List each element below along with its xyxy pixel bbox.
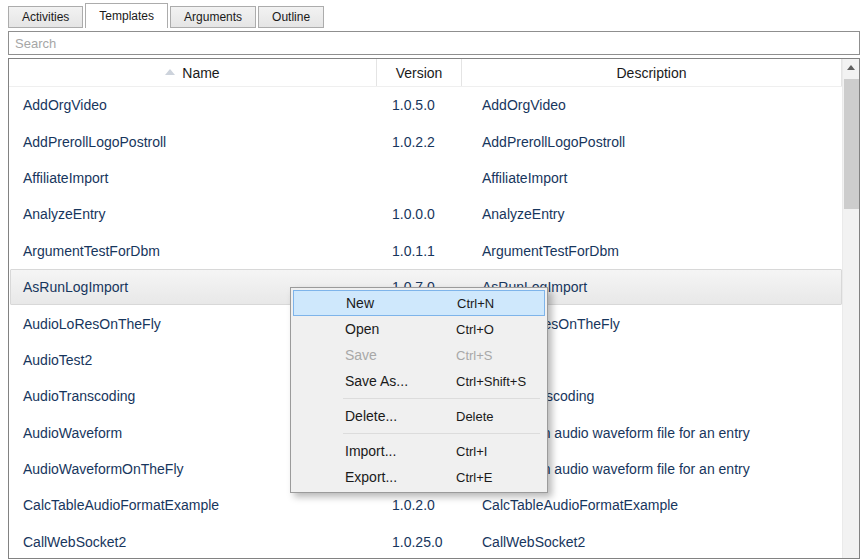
menu-item-shortcut: Ctrl+I [456, 444, 487, 459]
template-description: CallWebSocket2 [464, 534, 841, 550]
scrollbar-up-button[interactable] [843, 59, 859, 76]
menu-item-shortcut: Ctrl+O [456, 322, 494, 337]
tab-arguments[interactable]: Arguments [170, 6, 256, 28]
tab-activities[interactable]: Activities [8, 6, 83, 28]
template-version: 1.0.5.0 [379, 97, 464, 113]
column-header-description[interactable]: Description [462, 59, 842, 86]
menu-item-shortcut: Ctrl+Shift+S [456, 374, 526, 389]
template-name: ArgumentTestForDbm [11, 243, 379, 259]
menu-item-label: New [346, 295, 374, 311]
table-header: Name Version Description [9, 59, 842, 87]
template-name: CalcTableAudioFormatExample [11, 497, 379, 513]
template-name: AddPrerollLogoPostroll [11, 134, 379, 150]
tab-bar: ActivitiesTemplatesArgumentsOutline [8, 3, 326, 28]
template-name: AnalyzeEntry [11, 206, 379, 222]
tab-outline[interactable]: Outline [258, 6, 324, 28]
menu-item-new[interactable]: NewCtrl+N [293, 290, 545, 316]
menu-item-label: Delete... [345, 408, 397, 424]
menu-item-shortcut: Ctrl+N [457, 296, 494, 311]
menu-separator [343, 433, 540, 434]
menu-item-label: Import... [345, 443, 396, 459]
menu-item-label: Export... [345, 469, 397, 485]
template-name: CallWebSocket2 [11, 534, 379, 550]
tab-label: Templates [99, 9, 154, 23]
table-row[interactable]: ArgumentTestForDbm 1.0.1.1 ArgumentTestF… [10, 233, 842, 269]
table-row[interactable]: AnalyzeEntry 1.0.0.0 AnalyzeEntry [10, 196, 842, 232]
menu-item-shortcut: Delete [456, 409, 494, 424]
tab-label: Activities [22, 10, 69, 24]
menu-separator [343, 398, 540, 399]
app-window: ActivitiesTemplatesArgumentsOutline Name… [0, 0, 868, 559]
sort-ascending-icon [165, 69, 175, 75]
template-version: 1.0.1.1 [379, 243, 464, 259]
scrollbar-thumb[interactable] [844, 79, 859, 209]
template-description: ArgumentTestForDbm [464, 243, 841, 259]
tab-templates[interactable]: Templates [85, 3, 168, 28]
column-header-name[interactable]: Name [9, 59, 377, 86]
vertical-scrollbar[interactable] [842, 59, 859, 558]
menu-item-saveas[interactable]: Save As...Ctrl+Shift+S [293, 368, 545, 394]
column-header-version[interactable]: Version [377, 59, 462, 86]
column-header-version-label: Version [396, 65, 443, 81]
template-description: AddOrgVideo [464, 97, 841, 113]
table-row[interactable]: CallWebSocket2 1.0.25.0 CallWebSocket2 [10, 524, 842, 558]
menu-item-label: Save As... [345, 373, 408, 389]
tab-label: Arguments [184, 10, 242, 24]
table-row[interactable]: AffiliateImport AffiliateImport [10, 160, 842, 196]
menu-item-save: SaveCtrl+S [293, 342, 545, 368]
table-row[interactable]: AddOrgVideo 1.0.5.0 AddOrgVideo [10, 87, 842, 123]
tab-label: Outline [272, 10, 310, 24]
template-version: 1.0.2.0 [379, 497, 464, 513]
menu-item-label: Save [345, 347, 377, 363]
column-header-description-label: Description [616, 65, 686, 81]
template-description: AnalyzeEntry [464, 206, 841, 222]
menu-item-import[interactable]: Import...Ctrl+I [293, 438, 545, 464]
template-description: CalcTableAudioFormatExample [464, 497, 841, 513]
template-name: AddOrgVideo [11, 97, 379, 113]
template-description: AffiliateImport [464, 170, 841, 186]
column-header-name-label: Name [182, 65, 219, 81]
menu-item-shortcut: Ctrl+E [456, 470, 492, 485]
template-description: AddPrerollLogoPostroll [464, 134, 841, 150]
menu-item-shortcut: Ctrl+S [456, 348, 492, 363]
template-name: AffiliateImport [11, 170, 379, 186]
template-version: 1.0.25.0 [379, 534, 464, 550]
menu-item-open[interactable]: OpenCtrl+O [293, 316, 545, 342]
menu-item-delete[interactable]: Delete...Delete [293, 403, 545, 429]
template-version: 1.0.2.2 [379, 134, 464, 150]
table-row[interactable]: AddPrerollLogoPostroll 1.0.2.2 AddPrerol… [10, 123, 842, 159]
search-input[interactable] [8, 31, 860, 55]
template-version: 1.0.0.0 [379, 206, 464, 222]
menu-item-label: Open [345, 321, 379, 337]
arrow-up-icon [847, 65, 855, 70]
menu-item-export[interactable]: Export...Ctrl+E [293, 464, 545, 490]
context-menu: NewCtrl+NOpenCtrl+OSaveCtrl+SSave As...C… [290, 287, 548, 493]
